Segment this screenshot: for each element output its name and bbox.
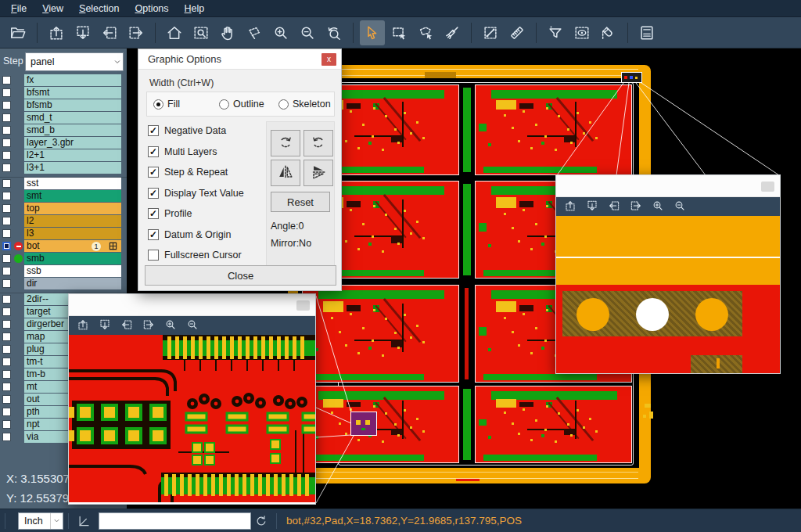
pan-down-button[interactable] — [70, 20, 95, 45]
pan-hand-button[interactable] — [215, 20, 240, 45]
layer-visibility-checkbox[interactable] — [2, 76, 11, 84]
layer-visibility-checkbox[interactable] — [2, 217, 11, 225]
checkbox-negative-data[interactable]: ✓Negative Data — [148, 124, 226, 137]
magnifier-window-left[interactable] — [68, 293, 316, 505]
layer-visibility-checkbox[interactable] — [2, 88, 11, 97]
pan-up-button[interactable] — [75, 318, 91, 333]
checkbox-display-text-value[interactable]: ✓Display Text Value — [148, 187, 244, 200]
pan-down-button[interactable] — [584, 199, 600, 214]
grid-icon[interactable] — [109, 242, 117, 250]
step-select[interactable]: panel — [25, 52, 124, 71]
pan-down-button[interactable] — [97, 318, 113, 333]
flip-vertical-button[interactable] — [304, 160, 333, 186]
layer-row-smt[interactable]: smt — [0, 190, 127, 203]
layer-visibility-checkbox[interactable] — [2, 279, 11, 288]
checkbox-fullscreen-cursor[interactable]: Fullscreen Cursor — [148, 249, 242, 261]
layer-row-smd_t[interactable]: smd_t — [0, 112, 127, 124]
layer-visibility-checkbox[interactable] — [2, 101, 11, 110]
layer-row-l2+1[interactable]: l2+1 — [0, 149, 127, 162]
layer-row-smb[interactable]: smb — [0, 253, 127, 265]
layer-visibility-checkbox[interactable] — [2, 383, 11, 391]
snap-tool-button[interactable] — [596, 20, 621, 45]
layer-visibility-checkbox[interactable] — [2, 345, 11, 354]
reset-button[interactable]: Reset — [271, 192, 330, 212]
pan-right-button[interactable] — [628, 199, 644, 214]
close-button[interactable]: Close — [145, 265, 336, 286]
measure-line-button[interactable] — [478, 20, 503, 45]
layer-visibility-checkbox[interactable] — [2, 267, 11, 275]
command-input[interactable] — [99, 512, 251, 530]
menu-options[interactable]: Options — [127, 2, 176, 16]
layer-row-smd_b[interactable]: smd_b — [0, 124, 127, 137]
layer-visibility-checkbox[interactable] — [2, 358, 11, 366]
layer-row-l3[interactable]: l3 — [0, 228, 127, 240]
layer-visibility-checkbox[interactable] — [2, 420, 11, 429]
checkbox-profile[interactable]: ✓Profile — [148, 207, 192, 220]
layer-row-bot[interactable]: bot1 — [0, 240, 127, 253]
layer-row-sst[interactable]: sst — [0, 178, 127, 190]
layer-visibility-checkbox[interactable] — [2, 307, 11, 316]
select-rect-button[interactable] — [386, 20, 411, 45]
unit-select[interactable]: Inch — [18, 512, 63, 530]
pan-right-button[interactable] — [124, 20, 149, 45]
layer-row-dir[interactable]: dir — [0, 278, 127, 290]
select-poly-button[interactable] — [413, 20, 438, 45]
home-view-button[interactable] — [162, 20, 187, 45]
flip-horizontal-button[interactable] — [271, 160, 300, 186]
layer-visibility-checkbox[interactable] — [2, 229, 11, 238]
layer-row-ssb[interactable]: ssb — [0, 265, 127, 278]
checkbox-datum-origin[interactable]: ✓Datum & Origin — [148, 228, 231, 241]
pan-left-button[interactable] — [97, 20, 122, 45]
layer-visibility-checkbox[interactable] — [2, 320, 11, 329]
magnifier-view-right[interactable] — [556, 216, 780, 373]
zoom-previous-button[interactable] — [321, 20, 347, 45]
select-tool-button[interactable] — [360, 20, 385, 45]
zoom-in-button[interactable] — [163, 318, 178, 333]
layer-visibility-checkbox[interactable] — [2, 113, 11, 122]
checkbox-step-repeat[interactable]: ✓Step & Repeat — [148, 166, 228, 178]
clean-tool-button[interactable] — [440, 20, 465, 45]
pan-left-button[interactable] — [119, 318, 135, 333]
layer-visibility-checkbox[interactable] — [2, 164, 11, 172]
zoom-in-button[interactable] — [650, 199, 666, 214]
layer-visibility-checkbox[interactable] — [2, 242, 11, 250]
zoom-out-button[interactable] — [672, 199, 688, 214]
layer-row-fx[interactable]: fx — [0, 74, 127, 87]
zoom-window-button[interactable] — [189, 20, 214, 45]
filter-tool-button[interactable] — [543, 20, 568, 45]
rotate-cw-button[interactable] — [271, 130, 300, 156]
layer-row-l3+1[interactable]: l3+1 — [0, 162, 127, 174]
magnifier-view-left[interactable] — [69, 335, 315, 502]
window-button[interactable] — [761, 182, 774, 192]
layer-visibility-checkbox[interactable] — [2, 179, 11, 188]
layer-row-l2[interactable]: l2 — [0, 215, 127, 228]
layer-visibility-checkbox[interactable] — [2, 295, 11, 304]
layer-visibility-checkbox[interactable] — [2, 138, 11, 147]
window-button[interactable] — [296, 300, 310, 311]
layer-row-bfsmb[interactable]: bfsmb — [0, 99, 127, 112]
layer-visibility-checkbox[interactable] — [2, 254, 11, 263]
layer-visibility-checkbox[interactable] — [2, 332, 11, 341]
magnifier-title-bar[interactable] — [69, 294, 315, 316]
layer-visibility-checkbox[interactable] — [2, 433, 11, 441]
checkbox-multi-layers[interactable]: ✓Multi Layers — [148, 146, 217, 158]
layer-visibility-checkbox[interactable] — [2, 408, 11, 416]
magnifier-title-bar[interactable] — [556, 175, 780, 197]
layers-panel-button[interactable] — [634, 20, 659, 45]
open-file-button[interactable] — [5, 20, 31, 45]
measure-ruler-button[interactable] — [505, 20, 530, 45]
drag-view-button[interactable] — [242, 20, 267, 45]
close-icon[interactable]: x — [321, 53, 336, 66]
layer-row-layer_3.gbr[interactable]: layer_3.gbr — [0, 137, 127, 149]
sync-icon[interactable] — [254, 514, 268, 528]
menu-selection[interactable]: Selection — [71, 2, 127, 16]
menu-view[interactable]: View — [34, 2, 71, 16]
menu-file[interactable]: File — [3, 2, 34, 16]
layer-row-bfsmt[interactable]: bfsmt — [0, 87, 127, 99]
layer-visibility-checkbox[interactable] — [2, 395, 11, 404]
zoom-out-button[interactable] — [185, 318, 200, 333]
layer-visibility-checkbox[interactable] — [2, 192, 11, 200]
dialog-title-bar[interactable]: Graphic Options x — [138, 49, 341, 70]
menu-help[interactable]: Help — [177, 2, 213, 16]
pan-right-button[interactable] — [141, 318, 156, 333]
